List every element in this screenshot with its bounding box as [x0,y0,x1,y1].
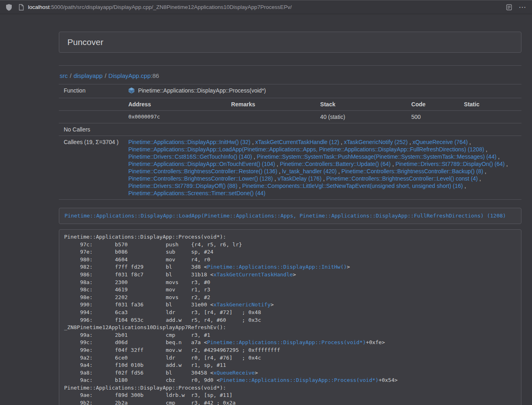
disassembly-code: Pinetime::Applications::DisplayApp::Proc… [64,233,516,405]
more-options-icon[interactable]: ⋯ [519,3,526,11]
callees-label: Callees (19, Σ=3704 ) [59,136,123,200]
breadcrumb-src-link[interactable]: src [60,72,68,79]
asm-symbol-link[interactable]: xTaskGetCurrentTaskHandle [213,271,293,278]
callee-link[interactable]: Pinetime::Controllers::BrightnessControl… [341,168,483,174]
asm-symbol-link[interactable]: xQueueReceive [213,370,255,376]
callee-separator: , [250,139,255,145]
asm-line: 98a: 2300 movs r3, #0 [64,279,516,287]
function-cube-icon [128,87,135,95]
empty-cell [59,98,123,111]
callee-link[interactable]: Pinetime::Applications::DisplayApp::Init… [128,139,250,145]
asm-line: 996: f104 053c add.w r5, r4, #60 ; 0x3c [64,317,516,324]
callee-separator: , [468,139,471,145]
callee-separator: , [496,153,500,160]
asm-line: 97e: b086 sub sp, #24 [64,248,516,256]
no-callers-label: No Callers [59,123,123,136]
disassembly-panel: Pinetime::Applications::DisplayApp::Proc… [59,229,521,405]
asm-line: 9b2: 2b2a cmp r3, #42 ; 0x2a [64,399,516,405]
page-icon[interactable] [19,4,24,11]
asm-text: 9a2: 6ce0 ldr r0, [r4, #76] ; 0x4c [64,355,261,361]
asm-line: 97c: b570 push {r4, r5, r6, lr} [64,241,516,249]
callee-separator: , [321,175,326,182]
asm-text: 9a4: f10d 010b add.w r1, sp, #11 [64,362,226,368]
callee-link[interactable]: Pinetime::System::SystemTask::PushMessag… [257,153,497,160]
callee-separator: , [408,139,413,145]
asm-text: 97c: b570 push {r4, r5, r6, lr} [64,241,242,248]
callee-link[interactable]: Pinetime::Controllers::BrightnessControl… [128,168,277,174]
function-name: Pinetime::Applications::DisplayApp::Proc… [138,87,266,94]
reader-view-icon[interactable] [506,4,512,11]
asm-text: Pinetime::Applications::DisplayApp::Proc… [64,385,226,391]
callee-link[interactable]: lv_task_handler (420) [282,168,337,174]
asm-line: 9a4: f10d 010b add.w r1, sp, #11 [64,362,516,369]
asm-text: 9a8: f02f fd56 bl 30458 < [64,370,213,376]
url-bar[interactable]: localhost:5000/path/src/displayapp/Displ… [19,4,500,11]
static-value [459,111,521,123]
callee-link[interactable]: Pinetime::Drivers::St7789::DisplayOff() … [128,183,237,189]
breadcrumb-displayapp-link[interactable]: displayapp [73,72,103,79]
callee-separator: , [273,175,278,182]
callees-row: Callees (19, Σ=3704 ) Pinetime::Applicat… [59,136,521,200]
function-label: Function [59,84,123,98]
asm-line: 982: f7ff fd29 bl 3d8 <Pinetime::Applica… [64,263,516,271]
asm-text: 9ac: b180 cbz r0, 9d0 < [64,377,220,383]
callee-link[interactable]: vTaskDelay (176) [278,175,321,182]
column-header-address: Address [123,98,226,111]
tracking-protection-shield-icon[interactable] [6,4,12,11]
callee-separator: , [252,153,257,160]
asm-symbol-link[interactable]: xTaskGenericNotify [213,302,271,308]
asm-text: _ZN8Pinetime12Applications10DisplayApp7R… [64,324,226,330]
callee-link[interactable]: xTaskGenericNotify (252) [344,139,408,145]
asm-symbol-link[interactable]: Pinetime::Applications::DisplayApp::Proc… [220,377,379,383]
asm-text: 980: 4604 mov r4, r0 [64,256,210,263]
callee-link[interactable]: Pinetime::Drivers::Cst816S::GetTouchInfo… [128,153,252,160]
function-table: Function Pinetime::Applications::Display… [59,84,521,200]
asm-line: Pinetime::Applications::DisplayApp::Proc… [64,384,516,392]
callee-separator: , [277,168,282,174]
asm-line: Pinetime::Applications::DisplayApp::Proc… [64,233,516,241]
asm-text: 982: f7ff fd29 bl 3d8 < [64,264,207,270]
columns-header-row: Address Remarks Stack Code Static [59,98,521,111]
callee-link[interactable]: Pinetime::Applications::Screens::Timer::… [128,190,265,196]
breadcrumb-separator: / [105,72,106,79]
asm-text: 9b2: 2b2a cmp r3, #42 ; 0x2a [64,400,236,405]
app-header-panel: Puncover [59,32,521,53]
url-host: localhost [28,4,50,10]
divider [59,65,521,66]
asm-line: 99a: 2b01 cmp r3, #1 [64,332,516,339]
asm-symbol-link[interactable]: Pinetime::Applications::DisplayApp::Proc… [207,339,366,345]
callee-separator: , [339,139,344,145]
asm-text: +0xfe> [366,339,385,345]
callee-separator: , [483,168,487,174]
asm-symbol-link[interactable]: Pinetime::Applications::DisplayApp::Init… [207,264,347,270]
asm-line: 99c: d06d beq.n a7a <Pinetime::Applicati… [64,339,516,347]
callee-separator: , [478,175,481,182]
highlighted-callee-link[interactable]: Pinetime::Applications::DisplayApp::Load… [65,213,506,219]
callee-link[interactable]: Pinetime::Applications::DisplayApp::OnTo… [128,161,275,167]
callee-link[interactable]: Pinetime::Controllers::BrightnessControl… [326,175,478,182]
callee-separator: , [337,168,342,174]
callee-separator: , [463,183,466,189]
callee-link[interactable]: Pinetime::Applications::DisplayApp::Load… [128,146,484,153]
callee-link[interactable]: xQueueReceive (764) [412,139,467,145]
callee-separator: , [275,161,280,167]
page-content: Puncover src/displayapp/DisplayApp.cpp:8… [59,32,521,405]
asm-text: 98e: 2202 movs r2, #2 [64,294,210,300]
callee-link[interactable]: Pinetime::Controllers::BrightnessControl… [128,175,273,182]
function-name-cell: Pinetime::Applications::DisplayApp::Proc… [123,84,521,98]
callee-link[interactable]: Pinetime::Controllers::Battery::Update()… [280,161,391,167]
no-callers-row: No Callers [59,123,521,136]
url-text[interactable]: localhost:5000/path/src/displayapp/Displ… [28,4,292,10]
asm-text: 98a: 2300 movs r3, #0 [64,279,210,285]
address-value: 0x0000097c [123,111,226,123]
asm-text: 99a: 2b01 cmp r3, #1 [64,332,210,338]
asm-text: 9ae: f89d 300b ldrb.w r3, [sp, #11] [64,392,233,398]
breadcrumb-file-link[interactable]: DisplayApp.cpp [108,72,151,79]
callee-link[interactable]: xTaskGetCurrentTaskHandle (12) [255,139,339,145]
callee-link[interactable]: Pinetime::Components::LittleVgl::SetNewT… [242,183,463,189]
asm-line: 9a8: f02f fd56 bl 30458 <xQueueReceive> [64,369,516,377]
url-path: :5000/path/src/displayapp/DisplayApp.cpp… [50,4,292,10]
column-header-code: Code [407,98,459,111]
asm-line: 98e: 2202 movs r2, #2 [64,294,516,302]
callee-link[interactable]: Pinetime::Drivers::St7789::DisplayOn() (… [395,161,504,167]
